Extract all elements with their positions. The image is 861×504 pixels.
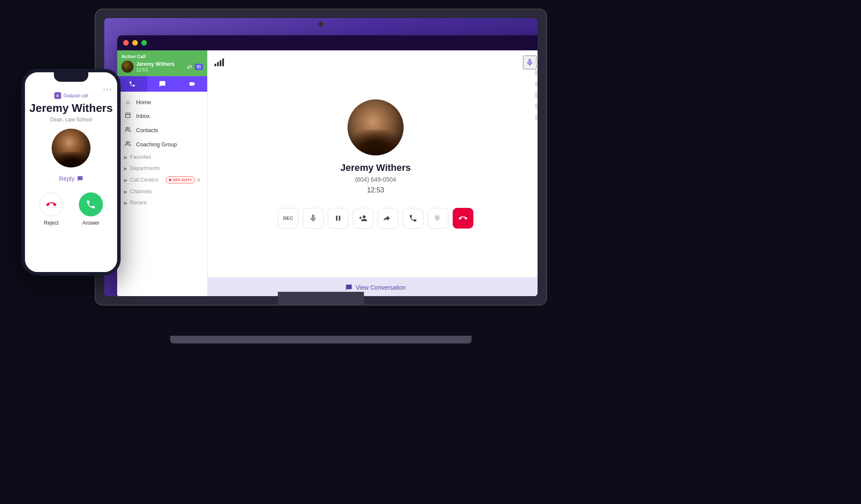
signal-bar-4 xyxy=(222,59,224,66)
svg-point-1 xyxy=(126,127,128,130)
caller-name: Jeremy Withers xyxy=(340,162,411,173)
active-call-label: Active Call xyxy=(121,54,203,59)
view-conversation-label: View Conversation xyxy=(356,284,406,291)
laptop-notch xyxy=(318,22,323,27)
minimize-button[interactable] xyxy=(132,40,138,46)
departments-label: Departments xyxy=(130,165,160,171)
channels-label: Channels xyxy=(130,189,152,195)
window-content: Active Call Jeremy Withers 12:53 ⇄ xyxy=(117,50,538,296)
phone-action-button[interactable] xyxy=(117,76,147,92)
pause-button[interactable] xyxy=(328,208,348,229)
active-call-time: 12:53 xyxy=(136,67,184,72)
dialpad-logo-icon: D xyxy=(54,92,61,99)
laptop-stand xyxy=(278,292,364,305)
caller-phone: (604) 649-0504 xyxy=(355,176,396,183)
keypad-button[interactable] xyxy=(428,208,448,229)
indicator-3 xyxy=(535,81,538,87)
reply-row[interactable]: Reply xyxy=(59,175,83,182)
indicator-1 xyxy=(535,59,538,64)
signal-bar-3 xyxy=(220,60,221,66)
favorites-arrow: ▶ xyxy=(124,155,127,160)
sidebar-nav: ⌂ Home Inbox xyxy=(117,92,207,212)
maximize-button[interactable] xyxy=(141,40,147,46)
sidebar-item-home[interactable]: ⌂ Home xyxy=(117,95,207,109)
sidebar-item-inbox[interactable]: Inbox xyxy=(117,109,207,123)
window-titlebar xyxy=(117,35,538,50)
signal-icon xyxy=(214,59,224,66)
call-area: Jeremy Withers (604) 649-0504 12:53 REC xyxy=(208,50,538,277)
call-controls: REC xyxy=(278,208,473,229)
right-indicators xyxy=(535,59,538,120)
dialpad-brand-label: D Dialpad call xyxy=(54,92,88,99)
reject-action: Reject xyxy=(39,192,63,226)
phone-screen: D Dialpad call Jeremy Withers Dean, Law … xyxy=(25,72,117,272)
status-dot-3 xyxy=(109,89,111,90)
sidebar-section-recent[interactable]: ▶ Recent xyxy=(117,197,207,208)
contacts-label: Contacts xyxy=(136,127,158,133)
phone-caller-title: Dean, Law School xyxy=(50,117,92,123)
coaching-icon xyxy=(124,141,132,148)
active-call-info: Jeremy Withers 12:53 xyxy=(136,61,184,72)
svg-rect-0 xyxy=(126,113,131,118)
sidebar-item-contacts[interactable]: Contacts xyxy=(117,123,207,137)
swap-button[interactable] xyxy=(403,208,423,229)
conversation-icon xyxy=(345,284,352,291)
active-call-avatar xyxy=(121,61,134,73)
sidebar-section-callcenters[interactable]: ▶ Call Centers OFF DUTY ≡ xyxy=(117,174,207,186)
answer-label: Answer xyxy=(82,220,99,226)
rec-button[interactable]: REC xyxy=(278,208,298,229)
video-action-button[interactable] xyxy=(177,76,207,92)
departments-arrow: ▶ xyxy=(124,166,127,171)
laptop-body: Active Call Jeremy Withers 12:53 ⇄ xyxy=(95,9,547,306)
hamburger-icon: ≡ xyxy=(197,176,200,183)
app-window: Active Call Jeremy Withers 12:53 ⇄ xyxy=(117,35,538,296)
status-dot-1 xyxy=(103,89,105,90)
mute-button[interactable] xyxy=(303,208,323,229)
reply-label: Reply xyxy=(59,175,75,182)
reply-icon xyxy=(77,176,83,182)
sidebar-section-channels[interactable]: ▶ Channels xyxy=(117,186,207,197)
swap-icon: ⇄ xyxy=(187,63,192,70)
off-duty-label: OFF DUTY xyxy=(173,178,192,182)
indicator-6 xyxy=(535,115,538,120)
reject-button[interactable] xyxy=(39,192,63,216)
off-duty-dot xyxy=(169,179,171,181)
sidebar-section-departments[interactable]: ▶ Departments xyxy=(117,163,207,174)
home-icon: ⌂ xyxy=(124,99,132,105)
sidebar-item-coaching[interactable]: Coaching Group xyxy=(117,137,207,152)
phone-avatar xyxy=(52,129,90,167)
off-duty-badge: OFF DUTY xyxy=(166,176,195,183)
sidebar-section-favorites[interactable]: ▶ Favorites xyxy=(117,152,207,163)
chat-action-button[interactable] xyxy=(147,76,177,92)
status-dot-2 xyxy=(106,89,108,90)
callcenters-label: Call Centers xyxy=(130,177,166,183)
transfer-button[interactable] xyxy=(378,208,398,229)
close-button[interactable] xyxy=(123,40,129,46)
home-label: Home xyxy=(136,99,151,105)
sidebar: Active Call Jeremy Withers 12:53 ⇄ xyxy=(117,50,208,296)
vi-badge: Vi xyxy=(195,64,203,70)
active-call-name: Jeremy Withers xyxy=(136,61,184,67)
inbox-icon xyxy=(124,112,132,120)
signal-bar-2 xyxy=(217,62,219,66)
phone-avatar-beard xyxy=(52,152,90,167)
phone-notch xyxy=(54,72,88,82)
contacts-icon xyxy=(124,127,132,134)
active-call-row: Jeremy Withers 12:53 ⇄ Vi xyxy=(121,61,203,73)
avatar-face xyxy=(121,61,134,73)
dialpad-brand-text: Dialpad call xyxy=(64,93,88,98)
main-content: Jeremy Withers (604) 649-0504 12:53 REC xyxy=(208,50,538,296)
reject-label: Reject xyxy=(44,220,59,226)
end-call-button[interactable] xyxy=(453,208,473,229)
coaching-label: Coaching Group xyxy=(136,141,177,148)
view-conversation-bar[interactable]: View Conversation xyxy=(208,277,538,296)
inbox-label: Inbox xyxy=(136,113,150,119)
laptop-base xyxy=(170,336,472,343)
recent-arrow: ▶ xyxy=(124,201,127,205)
active-call-banner[interactable]: Active Call Jeremy Withers 12:53 ⇄ xyxy=(117,50,207,76)
answer-button[interactable] xyxy=(79,192,103,216)
phone-caller-name: Jeremy Withers xyxy=(29,102,112,115)
recent-label: Recent xyxy=(130,200,146,206)
phone-wrapper: D Dialpad call Jeremy Withers Dean, Law … xyxy=(22,69,121,275)
add-call-button[interactable] xyxy=(353,208,373,229)
